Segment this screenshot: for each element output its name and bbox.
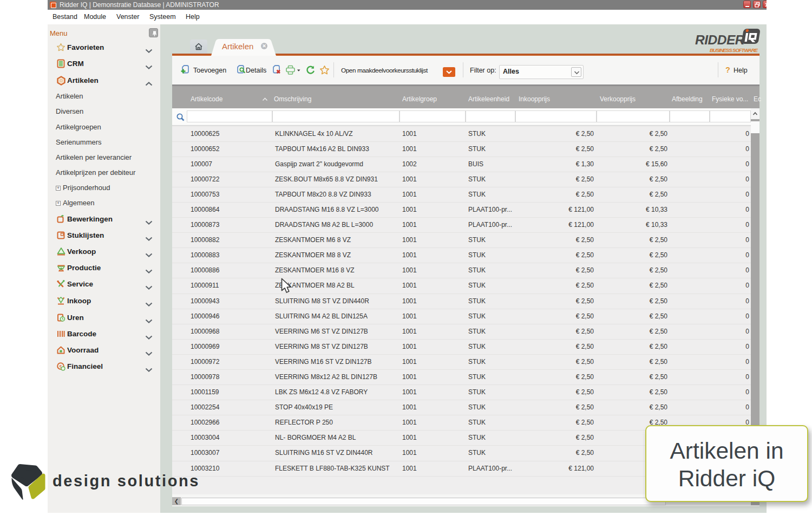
svg-text:BUSINESS SOFTWARE: BUSINESS SOFTWARE (710, 47, 758, 53)
svg-text:RIDDER: RIDDER (695, 32, 745, 47)
